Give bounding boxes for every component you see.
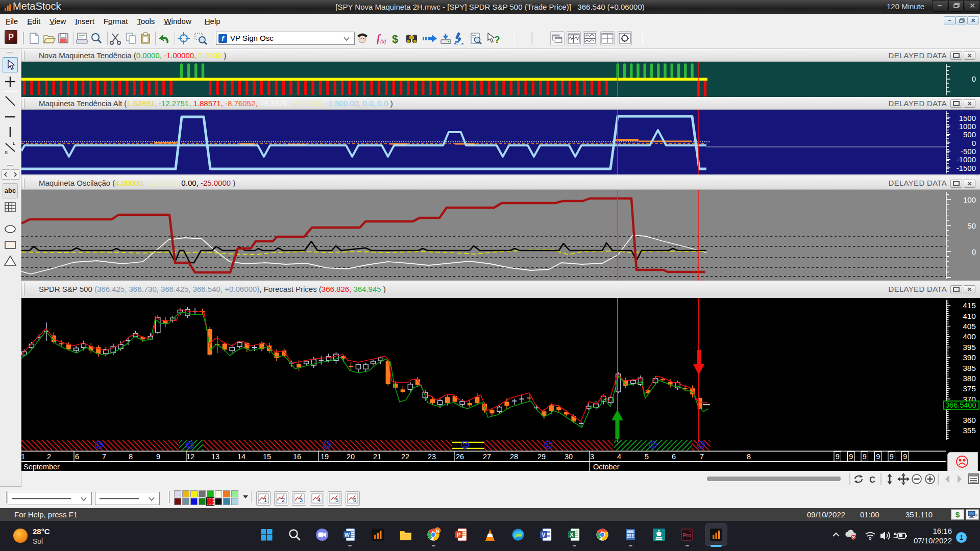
svg-text:1: 1	[264, 497, 267, 503]
svg-text:366.5400: 366.5400	[945, 401, 976, 409]
svg-text:N: N	[436, 529, 439, 534]
svg-text:0: 0	[972, 74, 976, 83]
svg-text:5: 5	[645, 453, 649, 461]
svg-text:50: 50	[967, 221, 976, 230]
svg-text:410: 410	[963, 312, 976, 320]
svg-text:-1000: -1000	[957, 155, 976, 164]
svg-text:6: 6	[75, 453, 79, 461]
svg-text:29: 29	[537, 453, 546, 461]
svg-text:390: 390	[963, 353, 976, 362]
svg-text:V: V	[542, 532, 546, 538]
svg-text:3: 3	[590, 453, 594, 461]
svg-text:16: 16	[293, 453, 301, 461]
svg-text:2: 2	[282, 497, 285, 503]
svg-text:0: 0	[972, 139, 976, 147]
svg-text:?: ?	[494, 34, 500, 45]
svg-text:4: 4	[317, 497, 321, 503]
svg-text:30: 30	[565, 453, 573, 461]
svg-text:-500: -500	[961, 147, 976, 156]
svg-text:7: 7	[102, 453, 106, 461]
svg-text:October: October	[593, 463, 620, 471]
svg-text:21: 21	[373, 453, 381, 461]
svg-text:C: C	[869, 475, 875, 484]
svg-text:9: 9	[836, 453, 840, 461]
svg-text:8: 8	[129, 453, 133, 461]
svg-text:14: 14	[237, 453, 246, 461]
svg-text:2: 2	[47, 453, 51, 461]
svg-text:415: 415	[963, 301, 976, 310]
svg-text:380: 380	[963, 374, 976, 383]
svg-text:(x): (x)	[380, 39, 386, 44]
svg-text:9: 9	[876, 453, 880, 461]
svg-text:28: 28	[510, 453, 518, 461]
svg-text:L: L	[13, 141, 15, 146]
svg-text:395: 395	[963, 343, 976, 352]
svg-text:405: 405	[963, 322, 976, 331]
svg-text:12: 12	[186, 453, 194, 461]
svg-text:500: 500	[963, 130, 976, 139]
svg-text:385: 385	[963, 364, 976, 372]
svg-text:22: 22	[401, 453, 409, 461]
svg-text:X: X	[570, 532, 574, 538]
svg-text:9: 9	[903, 453, 907, 461]
svg-text:23: 23	[428, 453, 436, 461]
svg-text:4: 4	[617, 453, 621, 461]
svg-text:7: 7	[700, 453, 704, 461]
svg-text:360: 360	[963, 416, 976, 424]
svg-text:375: 375	[963, 384, 976, 393]
svg-text:355: 355	[963, 426, 976, 435]
svg-text:1000: 1000	[959, 122, 976, 131]
svg-text:26: 26	[456, 453, 464, 461]
svg-text:September: September	[23, 463, 60, 471]
svg-text:19: 19	[321, 453, 329, 461]
svg-text:$: $	[392, 33, 398, 45]
svg-text:1: 1	[21, 453, 25, 461]
svg-text:P: P	[457, 532, 460, 538]
svg-text:5: 5	[335, 497, 338, 503]
svg-text:6: 6	[353, 497, 356, 503]
svg-text:13: 13	[211, 453, 219, 461]
svg-text:20: 20	[347, 453, 355, 461]
svg-text:100: 100	[963, 195, 976, 204]
svg-text:9: 9	[849, 453, 853, 461]
svg-text:1500: 1500	[959, 114, 976, 122]
svg-text:W: W	[345, 532, 350, 538]
svg-text:9: 9	[156, 453, 160, 461]
svg-text:6: 6	[672, 453, 676, 461]
svg-text:9: 9	[890, 453, 894, 461]
svg-text:0: 0	[972, 247, 976, 256]
svg-text:9: 9	[863, 453, 867, 461]
svg-text:400: 400	[963, 332, 976, 341]
svg-text:3: 3	[300, 497, 303, 503]
svg-text:8: 8	[747, 453, 751, 461]
svg-text:27: 27	[483, 453, 491, 461]
svg-text:-1500: -1500	[957, 164, 976, 172]
svg-text:Pro: Pro	[683, 533, 692, 538]
svg-text:15: 15	[263, 453, 271, 461]
svg-text:S: S	[5, 150, 8, 155]
